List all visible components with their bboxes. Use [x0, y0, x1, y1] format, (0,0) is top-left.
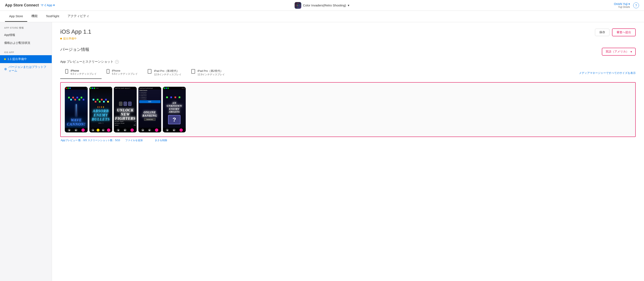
screenshot-1[interactable]: X	[65, 87, 88, 132]
top-nav-right: Onishi Yuji ▾ Yuji Onishi ?	[614, 2, 639, 8]
sidebar-item-pricing[interactable]: 価格および配信状況	[0, 39, 52, 47]
status-badge: 提出準備中	[60, 37, 91, 40]
plus-icon: ⊕	[4, 67, 7, 71]
ctrl-left-1: ◀	[68, 129, 71, 132]
screenshots-help-icon[interactable]: ?	[115, 60, 119, 64]
lang-chevron-icon: ▾	[630, 50, 632, 53]
ctrl-gold-2	[96, 129, 100, 132]
screenshot-count[interactable]: スクリーンショット数：5/10	[87, 139, 120, 142]
screenshot-section-label: App プレビューとスクリーンショット ?	[60, 60, 636, 64]
topbar-red	[66, 88, 67, 89]
device-size-iphone65: 6.5インチディスプレイ	[71, 72, 96, 76]
app-icon	[294, 2, 301, 9]
topbar-green	[68, 88, 69, 89]
screenshot-4[interactable]: TotalClearTimeRanking3 2D00h59m40s 1D 02…	[138, 87, 161, 132]
device-size-iphone55: 5.5インチディスプレイ	[112, 72, 138, 76]
brand: App Store Connect マイApp ▾	[5, 3, 55, 7]
ss4-title: OnlineRanking	[142, 111, 157, 117]
user-dropdown[interactable]: Onishi Yuji ▾ Yuji Onishi	[614, 2, 630, 8]
active-dot	[4, 58, 6, 60]
media-manager-link[interactable]: メディアマネージャーですべてのサイズを表示	[579, 71, 636, 75]
screenshot-5[interactable]: 01:31	[163, 87, 186, 132]
tab-testflight[interactable]: TestFlight	[42, 11, 63, 22]
device-name-ipadpro2: iPad Pro（第2世代）	[198, 69, 225, 73]
screenshots-row: X	[65, 87, 631, 132]
sidebar-section-appstore-info: APP STORE 情報	[0, 26, 52, 31]
page-title: iOS App 1.1	[60, 28, 91, 35]
title-area: iOS App 1.1 提出準備中	[60, 28, 91, 40]
ss3-title: UnlockNewFighters	[115, 108, 136, 121]
main-layout: APP STORE 情報 App情報 価格および配信状況 iOS APP 1.1…	[0, 22, 644, 281]
device-tabs: iPhone 6.5インチディスプレイ iPhone 5.5インチディスプレイ	[60, 67, 636, 79]
sidebar-section-ios-app: iOS APP	[0, 51, 52, 55]
svg-rect-3	[298, 5, 299, 5]
ss3-stats: Attack Power10 Defense Break5 Speed200	[115, 121, 136, 126]
phone-shape-icon	[65, 69, 68, 74]
device-tab-ipadpro2[interactable]: iPad Pro（第2世代） 12.9インチディスプレイ	[186, 67, 230, 79]
save-button[interactable]: 保存	[595, 29, 610, 36]
svg-rect-1	[297, 5, 297, 5]
device-size-ipadpro2: 12.9インチディスプレイ	[198, 73, 225, 76]
screenshot-info-row: Appプレビュー 数：0/3 スクリーンショット数：5/10 ファイルを追加 き…	[60, 139, 636, 142]
version-section-title: バージョン情報	[60, 47, 89, 52]
tablet-shape-icon	[148, 69, 152, 74]
tab-activity[interactable]: アクティビティ	[63, 11, 94, 22]
my-app-chevron: ▾	[53, 3, 55, 7]
language-selector[interactable]: 英語（アメリカ） ▾	[602, 48, 636, 56]
sidebar-add-version[interactable]: ⊕ バージョンまたはプラットフォーム	[0, 63, 52, 75]
ctrl-pink-1	[82, 128, 85, 132]
ss5-title: An UnknownEnemyAwaits	[164, 101, 184, 113]
version-section-header: バージョン情報 英語（アメリカ） ▾	[60, 47, 636, 56]
device-tab-iphone55[interactable]: iPhone 5.5インチディスプレイ	[102, 67, 143, 79]
screenshots-frame: X	[60, 82, 636, 137]
topbar-blue	[70, 88, 71, 89]
device-tab-ipadpro3[interactable]: iPad Pro（第3世代） 12.9インチディスプレイ	[143, 67, 186, 79]
screenshot-2[interactable]: 0G0 X	[89, 87, 112, 132]
screenshot-section: App プレビューとスクリーンショット ? iPhone 6.5インチディスプレ…	[60, 60, 636, 142]
ss4-ranking: 2D00h59m40s 1D 02h22m33s 2D 01h35m45s 2D…	[139, 90, 160, 103]
submit-button[interactable]: 審査へ提出	[612, 28, 636, 36]
user-chevron: ▾	[628, 2, 630, 5]
main-content: iOS App 1.1 提出準備中 保存 審査へ提出 バージョン情報 英語（アメ…	[52, 22, 644, 281]
sidebar: APP STORE 情報 App情報 価格および配信状況 iOS APP 1.1…	[0, 22, 52, 281]
center-app-name: Color Invaders(Retro Shooting)	[303, 3, 346, 7]
secondary-nav: App Store 機能 TestFlight アクティビティ	[0, 11, 644, 22]
svg-rect-2	[298, 4, 298, 5]
user-sub: Yuji Onishi	[614, 5, 630, 8]
ss5-question-box: ?	[168, 115, 180, 124]
device-size-ipadpro3: 12.9インチディスプレイ	[154, 73, 181, 76]
header-actions: 保存 審査へ提出	[595, 28, 636, 36]
device-name-iphone65: iPhone	[71, 69, 96, 72]
ctrl-right-1: ▶	[74, 129, 78, 132]
screenshot-3[interactable]: BATTLE SHIP SELECT ↑ ? ? UnlockNewFi	[114, 87, 137, 132]
svg-point-0	[296, 3, 300, 7]
ss1-title: WaveCannon!	[67, 118, 86, 127]
ss4-ranking-btn: RANKING	[144, 118, 156, 121]
brand-title: App Store Connect	[5, 3, 39, 7]
device-tab-iphone65[interactable]: iPhone 6.5インチディスプレイ	[60, 67, 102, 79]
add-file-link[interactable]: ファイルを追加	[120, 139, 148, 142]
sidebar-item-version-active[interactable]: 1.1 提出準備中	[0, 55, 52, 63]
ss2-title: AbsorbEnemyBullets	[92, 109, 110, 121]
tab-features[interactable]: 機能	[27, 11, 42, 22]
delete-size-link[interactable]: きさを削除	[148, 139, 174, 142]
top-nav: App Store Connect マイApp ▾ Color Invaders…	[0, 0, 644, 11]
phone-shape-icon-2	[106, 69, 110, 74]
sidebar-item-appinfo[interactable]: App情報	[0, 31, 52, 39]
status-dot	[60, 38, 62, 39]
tab-appstore[interactable]: App Store	[5, 11, 27, 22]
wave-beam	[76, 104, 77, 117]
device-name-iphone55: iPhone	[112, 69, 138, 72]
my-app-link[interactable]: マイApp ▾	[40, 3, 55, 7]
preview-count[interactable]: Appプレビュー 数：0/3	[60, 139, 87, 142]
center-app-selector[interactable]: Color Invaders(Retro Shooting) ▾	[294, 2, 350, 9]
content-header: iOS App 1.1 提出準備中 保存 審査へ提出	[60, 28, 636, 40]
help-button[interactable]: ?	[633, 2, 639, 8]
pixel-enemies-1	[68, 97, 84, 100]
svg-rect-4	[298, 5, 298, 6]
center-chevron: ▾	[348, 3, 350, 7]
tablet-shape-icon-2	[191, 69, 195, 74]
device-name-ipadpro3: iPad Pro（第3世代）	[154, 69, 181, 73]
user-name: Onishi Yuji ▾	[614, 2, 630, 5]
